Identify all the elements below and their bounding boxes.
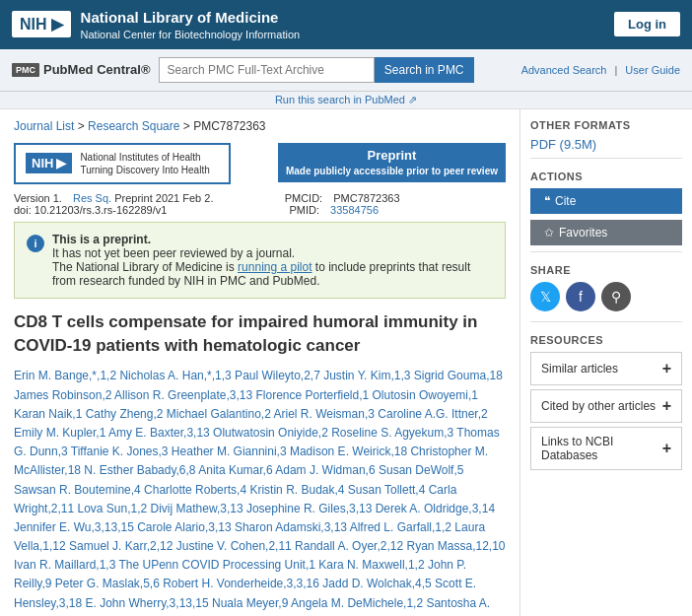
share-label: SHARE xyxy=(530,264,682,276)
preprint-ribbon: Preprint Made publicly accessible prior … xyxy=(278,143,506,182)
breadcrumb-journal-list[interactable]: Journal List xyxy=(14,119,74,133)
search-links: Advanced Search | User Guide xyxy=(521,64,680,76)
preprint-word: Preprint xyxy=(286,147,498,165)
sidebar: OTHER FORMATS PDF (9.5M) ACTIONS ❝ Cite … xyxy=(519,109,692,616)
actions-label: ACTIONS xyxy=(530,171,682,182)
pmc-logo: PMC PubMed Central® xyxy=(12,62,151,77)
meta-info: Version 1. Res Sq. Preprint 2021 Feb 2. … xyxy=(14,192,506,216)
breadcrumb-research-square[interactable]: Research Square xyxy=(88,119,179,133)
user-guide-link[interactable]: User Guide xyxy=(625,64,680,76)
share-icons: 𝕏 f ⚲ xyxy=(530,282,682,311)
preprint-nih-badge: NIH ▶ xyxy=(26,153,72,173)
meta-version: Version 1. xyxy=(14,192,62,204)
preprint-logo-text-block: National Institutes of Health Turning Di… xyxy=(80,151,209,176)
links-ncbi-plus: + xyxy=(662,440,671,457)
nih-badge: NIH ▶ xyxy=(12,11,71,37)
breadcrumb-sep1: > xyxy=(78,119,88,133)
search-button[interactable]: Search in PMC xyxy=(375,57,474,83)
nih-title-main: National Library of Medicine xyxy=(81,8,301,28)
advanced-search-link[interactable]: Advanced Search xyxy=(521,64,607,76)
favorites-label: Favorites xyxy=(559,226,607,240)
notice-text: This is a preprint. It has not yet been … xyxy=(52,233,493,288)
link-icon: ⚲ xyxy=(611,289,621,305)
notice-box: i This is a preprint. It has not yet bee… xyxy=(14,222,506,299)
similar-articles-label: Similar articles xyxy=(541,362,618,376)
notice-line2: The National Library of Medicine is xyxy=(52,260,235,274)
cite-button[interactable]: ❝ Cite xyxy=(530,188,682,214)
nih-badge-text: NIH xyxy=(20,16,47,34)
preprint-sub: Made publicly accessible prior to peer r… xyxy=(286,165,498,178)
cited-by-plus: + xyxy=(662,397,671,415)
notice-icon: i xyxy=(27,235,44,252)
cite-icon: ❝ xyxy=(544,194,550,208)
pmc-logo-text-block: PubMed Central® xyxy=(43,62,151,77)
login-button[interactable]: Log in xyxy=(614,12,680,36)
preprint-logo-box: NIH ▶ National Institutes of Health Turn… xyxy=(14,143,231,184)
nih-header: NIH ▶ National Library of Medicine Natio… xyxy=(0,0,692,49)
similar-articles-plus: + xyxy=(662,360,671,377)
authors: Erin M. Bange,*,1,2 Nicholas A. Han,*,1,… xyxy=(14,367,506,616)
meta-pmcid-label: PMCID: xyxy=(285,192,323,204)
authors-text: Erin M. Bange,*,1,2 Nicholas A. Han,*,1,… xyxy=(14,369,506,616)
twitter-icon: 𝕏 xyxy=(540,289,551,305)
preprint-header: NIH ▶ National Institutes of Health Turn… xyxy=(14,143,506,184)
nih-title-sub: National Center for Biotechnology Inform… xyxy=(81,28,301,41)
notice-pilot-link[interactable]: running a pilot xyxy=(238,260,311,274)
cite-label: Cite xyxy=(555,194,576,208)
similar-articles-item[interactable]: Similar articles + xyxy=(530,352,682,385)
content-area: Journal List > Research Square > PMC7872… xyxy=(0,109,519,616)
nih-title-block: National Library of Medicine National Ce… xyxy=(81,8,301,41)
cited-by-item[interactable]: Cited by other articles + xyxy=(530,389,682,423)
meta-pmcid-val: PMC7872363 xyxy=(333,192,399,204)
nih-arrow-icon: ▶ xyxy=(51,15,63,34)
pdf-link[interactable]: PDF (9.5M) xyxy=(530,137,682,152)
meta-res-sq-link[interactable]: Res Sq. xyxy=(73,192,111,204)
link-share-button[interactable]: ⚲ xyxy=(601,282,631,311)
meta-doi: doi: 10.21203/rs.3.rs-162289/v1 xyxy=(14,204,167,216)
resources-label: RESOURCES xyxy=(530,334,682,346)
facebook-share-button[interactable]: f xyxy=(566,282,595,311)
breadcrumb-sep2: > xyxy=(183,119,193,133)
meta-pmid-val[interactable]: 33584756 xyxy=(330,204,379,216)
pmc-logo-text: PubMed Central® xyxy=(43,62,151,77)
preprint-logo-line1: National Institutes of Health xyxy=(80,151,209,164)
breadcrumb-pmcid: PMC7872363 xyxy=(193,119,265,133)
favorites-icon: ✩ xyxy=(544,226,554,240)
search-container: Search in PMC xyxy=(159,57,474,83)
notice-line1: It has not yet been peer reviewed by a j… xyxy=(52,246,295,260)
twitter-share-button[interactable]: 𝕏 xyxy=(530,282,560,311)
search-input[interactable] xyxy=(159,57,375,83)
preprint-nih-text: NIH xyxy=(32,156,53,171)
article-title: CD8 T cells compensate for impaired humo… xyxy=(14,310,506,358)
preprint-nih-arrow: ▶ xyxy=(56,156,66,171)
main-layout: Journal List > Research Square > PMC7872… xyxy=(0,109,692,616)
pmc-logo-icon: PMC xyxy=(12,63,39,77)
breadcrumb: Journal List > Research Square > PMC7872… xyxy=(14,119,506,133)
links-ncbi-item[interactable]: Links to NCBI Databases + xyxy=(530,427,682,470)
facebook-icon: f xyxy=(579,289,583,305)
notice-title: This is a preprint. xyxy=(52,233,151,246)
links-ncbi-label: Links to NCBI Databases xyxy=(541,435,662,462)
run-search-link[interactable]: Run this search in PubMed ⇗ xyxy=(0,92,692,109)
meta-pmid-label: PMID: xyxy=(289,204,319,216)
cited-by-label: Cited by other articles xyxy=(541,399,656,413)
meta-preprint: Preprint 2021 Feb 2. xyxy=(114,192,213,204)
nih-logo-area: NIH ▶ National Library of Medicine Natio… xyxy=(12,8,300,41)
preprint-logo-line2: Turning Discovery Into Health xyxy=(80,164,209,176)
pmc-search-bar: PMC PubMed Central® Search in PMC Advanc… xyxy=(0,49,692,92)
other-formats-label: OTHER FORMATS xyxy=(530,119,682,131)
favorites-button[interactable]: ✩ Favorites xyxy=(530,220,682,245)
